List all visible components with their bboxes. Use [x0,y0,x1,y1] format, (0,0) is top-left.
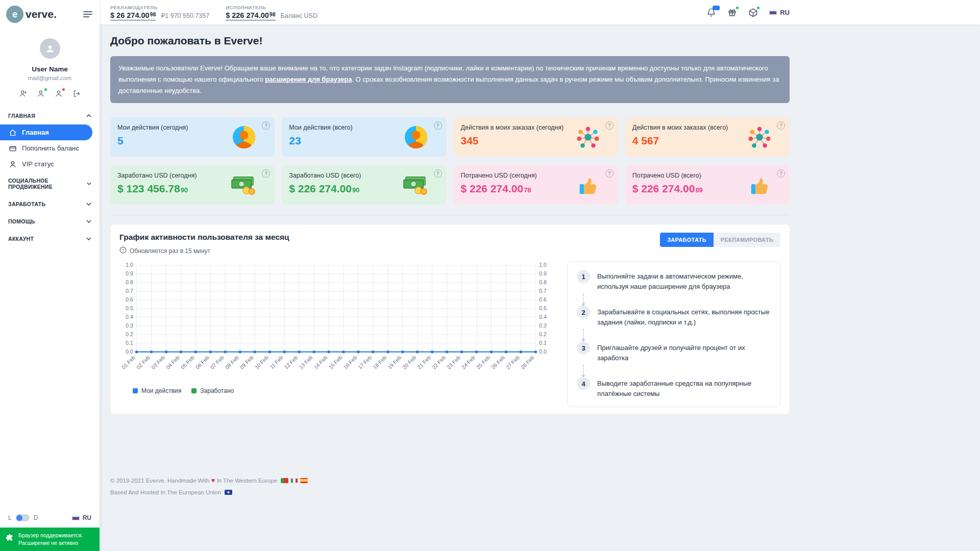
vip-icon [8,160,17,168]
sidebar-item-top-up-balance[interactable]: Пополнить баланс [0,140,100,156]
sidebar-group-4[interactable]: АККАУНТ [0,230,100,247]
svg-text:0.3: 0.3 [126,323,133,329]
legend-item[interactable]: Заработано [191,387,234,394]
theme-toggle[interactable] [16,514,30,521]
step-connector-arrow [583,329,584,339]
legend-label: Мои действия [141,387,181,394]
language-label: RU [780,9,790,16]
help-icon[interactable]: ? [605,169,614,178]
help-icon[interactable]: ? [262,169,270,178]
topbar: РЕКЛАМОДАТЕЛЬ $ 26 274.0098 ₽1 970 550.7… [100,0,980,24]
svg-text:01 Feb: 01 Feb [120,355,136,370]
spain-flag-icon [300,478,308,483]
stat-card: Мои действия (всего)23? [282,117,446,157]
svg-text:0.8: 0.8 [539,280,547,286]
help-icon[interactable]: ? [262,121,270,130]
sidebar-group-2[interactable]: ЗАРАБОТАТЬ [0,195,100,213]
sidebar-group-1[interactable]: СОЦИАЛЬНОЕ ПРОДВИЖЕНИЕ [0,172,100,195]
sidebar-item-vip-status[interactable]: VIP статус [0,156,100,172]
svg-text:0.0: 0.0 [539,349,547,355]
svg-text:23 Feb: 23 Feb [446,355,461,370]
notifications-bell-icon[interactable] [706,8,716,17]
extension-status: Браузер поддерживается. Расширение не ак… [0,528,100,551]
svg-text:0.1: 0.1 [539,340,547,346]
activity-chart-area: 1.01.00.90.90.80.80.70.70.60.60.50.50.40… [119,259,554,407]
step-item: 1Выполняйте задачи в автоматическом режи… [577,270,771,291]
language-switch[interactable]: RU [769,9,790,16]
footer-copyright: © 2019-2021 Everve. Handmade With [110,478,210,484]
advertiser-usd-value[interactable]: $ 26 274.0098 [110,11,156,20]
sidebar-item-home[interactable]: Главная [0,124,92,140]
sidebar-nav: ГЛАВНАЯГлавнаяПополнить балансVIP статус… [0,107,100,247]
performer-balance-label: ИСПОЛНИТЕЛЬ [226,5,317,10]
help-icon[interactable]: ? [777,169,785,178]
stat-card: Заработано USD (сегодня)$ 123 456.7890? [110,165,275,205]
help-icon[interactable]: ? [434,169,442,178]
wallet-icon [8,144,17,153]
svg-text:06 Feb: 06 Feb [194,355,210,370]
notice-banner: Уважаемые пользователи Everve! Обращаем … [110,56,790,103]
package-icon[interactable] [748,8,758,17]
stat-card: Мои действия (сегодня)5? [110,117,275,157]
svg-text:27 Feb: 27 Feb [505,355,521,370]
help-icon[interactable]: ? [777,121,785,130]
network-icon [576,126,600,149]
help-icon[interactable]: ? [605,121,614,130]
step-item: 4Выводите заработанные средства на попул… [577,377,771,398]
help-icon[interactable]: ? [434,121,442,130]
theme-light-label: L [8,514,12,521]
advertise-tab[interactable]: РЕКЛАМИРОВАТЬ [714,233,780,247]
step-text: Приглашайте друзей и получайте процент о… [597,341,771,363]
legend-swatch [191,388,197,393]
sidebar-group-label: СОЦИАЛЬНОЕ ПРОДВИЖЕНИЕ [8,178,87,190]
svg-text:0.9: 0.9 [539,271,547,277]
svg-text:04 Feb: 04 Feb [165,355,181,370]
logo[interactable]: e verve. [6,6,57,23]
stat-card: Действия в моих заказах (всего)4 567? [625,117,790,157]
sidebar-group-3[interactable]: ПОМОЩЬ [0,213,100,230]
quick-actions [0,89,100,98]
sidebar-language-switch[interactable]: RU [72,514,91,521]
svg-text:13 Feb: 13 Feb [298,355,314,370]
svg-text:08 Feb: 08 Feb [224,355,240,370]
earn-tab[interactable]: ЗАРАБОТАТЬ [660,233,714,247]
logout-icon[interactable] [72,89,81,98]
sidebar: e verve. User Name mail@gmail.com [0,0,100,551]
logo-text: verve. [26,8,57,20]
add-user-icon[interactable] [19,89,28,98]
home-icon [8,129,17,137]
performer-usd-value[interactable]: $ 226 274.0098 [226,11,275,20]
step-text: Зарабатывайте в социальных сетях, выполн… [597,306,771,327]
svg-text:0.7: 0.7 [539,289,547,294]
chart-mode-switch: ЗАРАБОТАТЬ РЕКЛАМИРОВАТЬ [660,233,780,247]
chart-title: График активности пользователя за месяц [119,233,289,242]
browser-extension-link[interactable]: расширения для браузера [265,76,352,83]
advertiser-balance[interactable]: РЕКЛАМОДАТЕЛЬ $ 26 274.0098 ₽1 970 550.7… [110,5,209,20]
sidebar-group-label: ЗАРАБОТАТЬ [8,201,45,207]
toggle-knob [16,515,22,521]
chevron-down-icon [86,203,91,206]
legend-item[interactable]: Мои действия [133,387,181,394]
svg-text:07 Feb: 07 Feb [209,355,225,370]
user-settings-icon[interactable] [37,89,45,98]
step-item: 2Зарабатывайте в социальных сетях, выпол… [577,306,771,327]
menu-icon[interactable] [83,11,92,18]
user-alerts-icon[interactable] [55,89,63,98]
stat-card: Заработано USD (всего)$ 226 274.0090? [282,165,446,205]
svg-text:20 Feb: 20 Feb [402,355,418,370]
package-badge [756,6,760,10]
svg-text:0.5: 0.5 [126,306,133,311]
performer-balance[interactable]: ИСПОЛНИТЕЛЬ $ 226 274.0098 Баланс USD [226,5,317,20]
chevron-down-icon [87,182,91,185]
sidebar-item-label: VIP статус [22,160,54,168]
step-number: 1 [577,270,590,283]
sidebar-group-0[interactable]: ГЛАВНАЯ [0,107,100,124]
avatar[interactable] [40,38,60,59]
gift-icon[interactable] [727,8,737,17]
info-icon [119,246,127,255]
sidebar-item-label: Главная [22,129,49,136]
svg-text:0.2: 0.2 [539,332,547,337]
svg-text:15 Feb: 15 Feb [328,355,344,370]
sidebar-group-label: АККАУНТ [8,236,34,242]
svg-text:26 Feb: 26 Feb [490,355,506,370]
